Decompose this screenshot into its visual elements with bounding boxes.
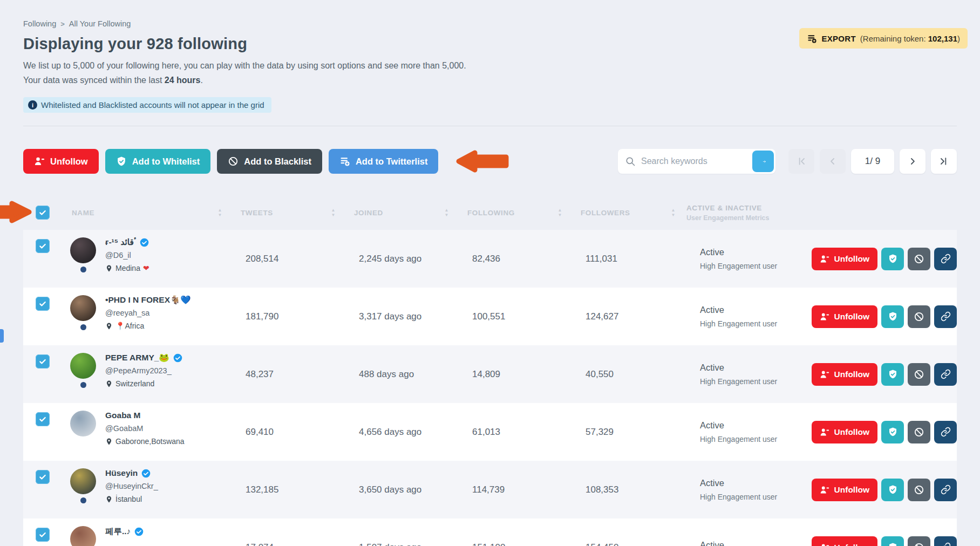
row-blacklist-button[interactable] <box>908 479 930 501</box>
table-row: PEPE ARMY_🐸 @PepeArmy2023_ Switzerland 4… <box>23 345 957 403</box>
shield-check-icon <box>888 311 898 322</box>
link-icon <box>941 369 951 379</box>
row-checkbox[interactable] <box>36 470 50 484</box>
row-checkbox[interactable] <box>36 239 50 253</box>
row-whitelist-button[interactable] <box>881 363 904 386</box>
engagement-label: High Engagement user <box>700 262 804 270</box>
shield-check-icon <box>888 369 898 379</box>
link-icon <box>941 311 951 322</box>
sort-tweets-control[interactable]: ▲▼ <box>331 208 336 217</box>
row-checkbox-cell <box>23 403 58 461</box>
row-profile-link-button[interactable] <box>934 305 957 328</box>
main-content: Following > All Your Following EXPORT (R… <box>0 0 980 546</box>
page-description: We list up to 5,000 of your following he… <box>23 58 957 73</box>
row-unfollow-button[interactable]: Unfollow <box>812 305 877 328</box>
add-to-blacklist-button[interactable]: Add to Blacklist <box>217 149 322 174</box>
header-followers: FOLLOWERS ▲▼ <box>573 208 686 217</box>
row-blacklist-button[interactable] <box>908 305 930 328</box>
user-cell: PEPE ARMY_🐸 @PepeArmy2023_ Switzerland <box>58 345 233 403</box>
row-unfollow-button[interactable]: Unfollow <box>812 421 877 443</box>
joined-cell: 488 days ago <box>346 345 460 403</box>
bulk-actions: Unfollow Add to Whitelist Add to Blackli… <box>23 146 512 177</box>
row-checkbox[interactable] <box>36 297 50 311</box>
row-whitelist-button[interactable] <box>881 305 904 328</box>
row-profile-link-button[interactable] <box>934 363 957 386</box>
verified-badge <box>134 527 144 536</box>
export-button[interactable]: EXPORT (Remaining token: 102,131) <box>799 28 968 49</box>
row-whitelist-button[interactable] <box>881 479 904 501</box>
row-blacklist-button[interactable] <box>908 363 930 386</box>
row-whitelist-button[interactable] <box>881 248 904 270</box>
sort-following-control[interactable]: ▲▼ <box>557 208 562 217</box>
search-and-pagination: 1/ 9 <box>618 149 957 174</box>
pagination-prev-button[interactable] <box>820 149 846 174</box>
status-cell: Active High Engagement user <box>686 230 804 288</box>
row-checkbox[interactable] <box>36 354 50 368</box>
user-location: İstanbul <box>105 495 158 503</box>
status-label: Active <box>700 247 804 257</box>
status-cell: Active High Engagement user <box>686 403 804 461</box>
twitterlist-label: Add to Twitterlist <box>356 156 428 167</box>
add-to-whitelist-button[interactable]: Add to Whitelist <box>105 149 211 174</box>
row-profile-link-button[interactable] <box>934 248 957 270</box>
followers-cell: 154,450 <box>573 518 686 546</box>
row-unfollow-button[interactable]: Unfollow <box>812 536 877 546</box>
person-minus-icon <box>820 543 829 546</box>
unfollow-button[interactable]: Unfollow <box>23 149 99 174</box>
row-checkbox[interactable] <box>36 528 50 542</box>
row-profile-link-button[interactable] <box>934 479 957 501</box>
row-checkbox[interactable] <box>36 412 50 426</box>
sort-followers-control[interactable]: ▲▼ <box>671 208 676 217</box>
toolbar: Unfollow Add to Whitelist Add to Blackli… <box>23 146 957 177</box>
avatar[interactable] <box>70 295 96 321</box>
row-blacklist-button[interactable] <box>908 536 930 546</box>
row-profile-link-button[interactable] <box>934 536 957 546</box>
tweets-cell: 48,237 <box>233 345 346 403</box>
row-checkbox-cell <box>23 230 58 288</box>
breadcrumb-following[interactable]: Following <box>23 19 56 28</box>
ban-icon <box>228 156 239 167</box>
tweets-cell: 181,790 <box>233 288 346 345</box>
pagination-first-button[interactable] <box>788 149 814 174</box>
avatar[interactable] <box>70 468 96 494</box>
sort-joined-control[interactable]: ▲▼ <box>444 208 449 217</box>
search-submit-button[interactable] <box>752 151 774 172</box>
select-all-checkbox[interactable] <box>36 206 50 220</box>
verified-badge <box>141 469 151 478</box>
row-blacklist-button[interactable] <box>908 421 930 443</box>
following-cell: 114,739 <box>460 461 573 518</box>
avatar[interactable] <box>70 526 96 546</box>
person-minus-icon <box>820 312 829 322</box>
row-unfollow-button[interactable]: Unfollow <box>812 479 877 501</box>
followers-cell: 108,353 <box>573 461 686 518</box>
tweets-cell: 208,514 <box>233 230 346 288</box>
verified-badge <box>173 353 182 363</box>
avatar[interactable] <box>70 411 96 436</box>
side-widget <box>0 329 4 343</box>
info-icon: i <box>28 100 37 110</box>
add-to-twitterlist-button[interactable]: Add to Twitterlist <box>329 149 439 174</box>
row-profile-link-button[interactable] <box>934 421 957 443</box>
row-unfollow-button[interactable]: Unfollow <box>812 363 877 386</box>
status-label: Active <box>700 540 804 546</box>
user-cell: 페루..♪ <box>58 518 233 546</box>
row-checkbox-cell <box>23 345 58 403</box>
blacklist-label: Add to Blacklist <box>244 156 311 167</box>
row-whitelist-button[interactable] <box>881 536 904 546</box>
breadcrumb-all-your-following[interactable]: All Your Following <box>69 19 131 28</box>
tweets-cell: 17,074 <box>233 518 346 546</box>
location-pin-icon <box>105 380 113 388</box>
row-unfollow-button[interactable]: Unfollow <box>812 248 877 270</box>
avatar[interactable] <box>70 237 96 263</box>
status-label: Active <box>700 363 804 373</box>
row-actions: Unfollow <box>804 345 957 403</box>
row-whitelist-button[interactable] <box>881 421 904 443</box>
ban-icon <box>914 427 924 438</box>
user-handle: @D6_il <box>105 251 149 260</box>
pagination-next-button[interactable] <box>900 149 925 174</box>
sort-name-control[interactable]: ▲▼ <box>217 208 222 217</box>
row-blacklist-button[interactable] <box>908 248 930 270</box>
followers-cell: 40,550 <box>573 345 686 403</box>
avatar[interactable] <box>70 353 96 379</box>
pagination-last-button[interactable] <box>931 149 957 174</box>
